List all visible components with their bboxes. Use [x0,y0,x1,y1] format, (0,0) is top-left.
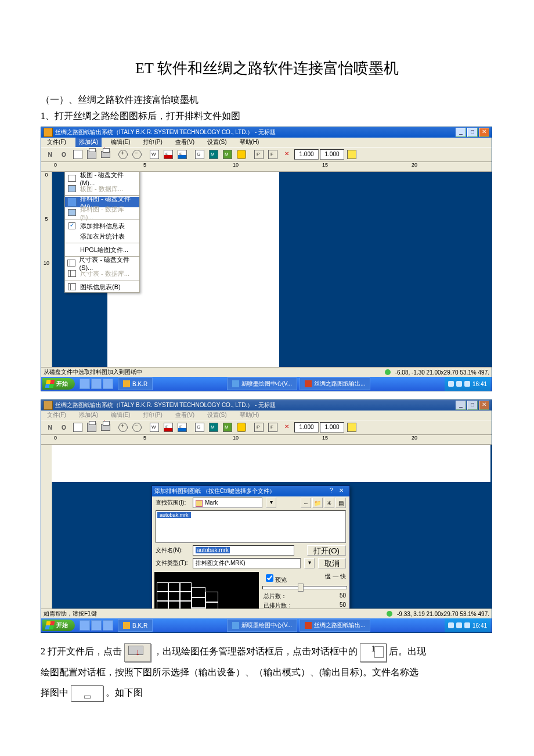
scale-x-field[interactable]: 1.000 [294,422,319,433]
start-button[interactable]: 开始 [42,378,75,390]
minimize-button[interactable]: _ [456,128,466,137]
menu-paper-info[interactable]: 图纸信息表(B) [65,282,139,292]
tray-icon[interactable] [456,381,462,387]
menu-set[interactable]: 设置(S) [204,411,230,420]
send-print-icon[interactable] [99,421,112,434]
menu-size-disk[interactable]: 尺寸表 - 磁盘文件(S)... [65,258,139,268]
zoom-out-icon[interactable] [131,421,143,434]
tray-icon[interactable] [464,381,470,387]
dialog-help-icon[interactable]: ? [330,488,338,495]
menu-print[interactable]: 打印(P) [139,138,165,147]
menu-edit[interactable]: 编辑(E) [107,411,134,420]
cancel-icon[interactable] [280,421,293,434]
e-red-icon[interactable] [162,148,175,161]
e-blue-icon[interactable] [176,421,189,434]
paper-icon[interactable] [71,421,84,434]
quick-launch-icon[interactable] [103,379,113,389]
filename-field[interactable]: autobak.mrk [193,545,294,556]
task-print-center[interactable]: 新喷墨绘图中心(V... [227,377,297,390]
task-explorer[interactable]: B.K.R [118,377,153,390]
tray-icon[interactable] [448,381,454,387]
p-icon[interactable] [252,421,265,434]
back-icon[interactable]: ← [301,498,311,508]
menu-help[interactable]: 帮助(H) [236,138,263,147]
m-green-icon[interactable] [221,148,234,161]
tray-icon[interactable] [464,622,470,628]
maximize-button[interactable]: □ [467,401,478,410]
menu-hpgl-file[interactable]: HPGL绘图文件... [65,244,139,255]
task-print-center[interactable]: 新喷墨绘图中心(V... [227,619,297,632]
f-icon[interactable] [266,148,279,161]
quick-launch-icon[interactable] [103,620,113,631]
open-icon[interactable] [57,148,70,161]
menu-edit[interactable]: 编辑(E) [107,138,134,147]
dialog-close-icon[interactable]: ✕ [339,488,347,495]
new-icon[interactable] [44,148,56,161]
w-icon[interactable] [148,421,161,434]
zoom-out-icon[interactable] [131,148,143,161]
menu-file[interactable]: 文件(F) [44,138,70,147]
menu-add-info-table[interactable]: ✓添加排料信息表 [65,221,139,231]
file-item-selected[interactable]: autobak.mrk [157,512,191,518]
filetype-dropdown-icon[interactable]: ▾ [304,558,315,568]
print-icon[interactable] [85,148,98,161]
p-icon[interactable] [252,148,265,161]
face-icon[interactable] [235,148,248,161]
e-blue-icon[interactable] [176,148,189,161]
task-silkroad[interactable]: 丝绸之路图纸输出... [300,619,370,632]
y-icon[interactable] [345,421,358,434]
menu-file[interactable]: 文件(F) [44,411,70,420]
cancel-icon[interactable] [280,148,293,161]
close-button[interactable]: ✕ [479,401,489,410]
quick-launch-icon[interactable] [80,379,90,389]
menu-add-piece-stats[interactable]: 添加衣片统计表 [65,231,139,242]
cancel-button[interactable]: 取消 [318,558,346,568]
zoom-in-icon[interactable] [117,421,129,434]
g-icon[interactable] [193,148,206,161]
open-button[interactable]: 打开(O) [307,545,346,556]
minimize-button[interactable]: _ [456,401,466,410]
maximize-button[interactable]: □ [467,128,478,137]
preview-checkbox[interactable] [266,574,273,582]
tray-icon[interactable] [448,622,454,628]
new-folder-icon[interactable]: ✳ [324,498,334,508]
quick-launch-icon[interactable] [91,620,102,631]
menu-help[interactable]: 帮助(H) [236,411,263,420]
menu-set[interactable]: 设置(S) [204,138,230,147]
scale-y-field[interactable]: 1.000 [320,149,344,160]
e-red-icon[interactable] [162,421,175,434]
m-teal-icon[interactable] [207,148,220,161]
f-icon[interactable] [266,421,279,434]
quick-launch-icon[interactable] [91,379,102,389]
scale-y-field[interactable]: 1.000 [320,422,344,433]
start-button[interactable]: 开始 [42,620,75,631]
y-icon[interactable] [345,148,358,161]
file-list[interactable]: autobak.mrk [156,510,346,543]
lookup-dropdown-icon[interactable]: ▾ [266,498,276,508]
quick-launch-icon[interactable] [80,620,90,631]
close-button[interactable]: ✕ [479,128,489,137]
lookup-combo[interactable]: Mark [193,498,262,508]
menu-view[interactable]: 查看(V) [172,411,198,420]
menu-add[interactable]: 添加(A) [75,138,102,147]
menu-board-disk[interactable]: 板图 - 磁盘文件(M)... [65,173,139,183]
menu-print[interactable]: 打印(P) [139,411,165,420]
paper-icon[interactable] [71,148,84,161]
print-icon[interactable] [85,421,98,434]
send-print-icon[interactable] [99,148,112,161]
tray-icon[interactable] [456,622,462,628]
menu-add[interactable]: 添加(A) [75,411,102,420]
task-silkroad[interactable]: 丝绸之路图纸输出... [300,377,370,390]
new-icon[interactable] [44,421,56,434]
menu-view[interactable]: 查看(V) [172,138,198,147]
zoom-in-icon[interactable] [117,148,129,161]
w-icon[interactable] [148,148,161,161]
filetype-combo[interactable]: 排料图文件(*.MRK) [193,558,301,568]
up-folder-icon[interactable]: 📁 [312,498,323,508]
view-menu-icon[interactable]: ▤ [335,498,346,508]
m-green-icon[interactable] [221,421,234,434]
face-icon[interactable] [235,421,248,434]
scale-x-field[interactable]: 1.000 [294,149,319,160]
m-teal-icon[interactable] [207,421,220,434]
g-icon[interactable] [193,421,206,434]
